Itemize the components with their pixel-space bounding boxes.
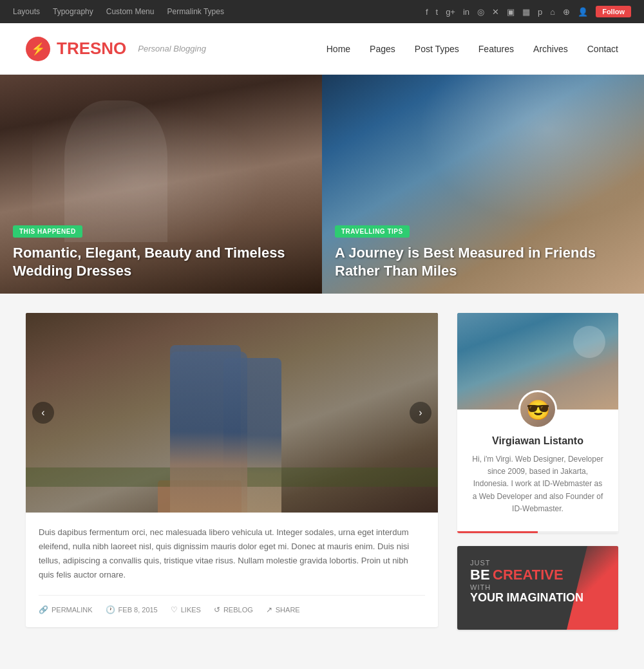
nav-features[interactable]: Features [478,44,514,54]
top-bar: Layouts Typography Custom Menu Permalink… [0,0,644,23]
post-excerpt: Duis dapibus fermentum orci, nec malesua… [39,525,425,582]
post-meta: 🔗 PERMALINK 🕐 FEB 8, 2015 ♡ LIKES ↺ REBL… [39,595,425,614]
nav-custom-menu[interactable]: Custom Menu [106,7,155,16]
linkedin-icon[interactable]: in [463,7,469,17]
top-nav: Layouts Typography Custom Menu Permalink… [13,7,224,16]
author-banner [457,313,618,410]
permalink-item[interactable]: 🔗 PERMALINK [39,605,93,614]
site-header: ⚡ TRESNO Personal Blogging Home Pages Po… [0,23,644,75]
home-icon[interactable]: ⌂ [550,7,555,17]
right-column: Virgiawan Listanto Hi, i'm Virgi. Web De… [457,313,618,630]
hero-right-title: A Journey is Best Measured in Friends Ra… [335,244,631,281]
plus-icon[interactable]: ⊕ [563,7,570,17]
creative-be-creative: BE CREATIVE [470,567,583,583]
vimeo-icon[interactable]: ▦ [522,7,530,17]
hero-left-tag: THIS HAPPENED [13,225,82,238]
twitter-icon[interactable]: t [436,7,439,17]
heart-icon: ♡ [171,605,178,614]
hero-left-title: Romantic, Elegant, Beauty and Timeless W… [13,244,309,281]
hero-right[interactable]: TRAVELLING TIPS A Journey is Best Measur… [322,75,644,294]
likes-item[interactable]: ♡ LIKES [171,605,201,614]
pinterest-icon[interactable]: p [538,7,542,17]
post-body: Duis dapibus fermentum orci, nec malesua… [26,513,438,627]
slider-next-button[interactable]: › [410,402,431,424]
logo-brand: TRES [57,39,101,58]
hero-left[interactable]: THIS HAPPENED Romantic, Elegant, Beauty … [0,75,322,294]
author-name: Virgiawan Listanto [470,435,605,447]
site-tagline: Personal Blogging [138,44,206,53]
user-icon[interactable]: 👤 [578,7,588,17]
slider-image [26,313,438,513]
author-avatar [518,390,557,429]
logo-accent: NO [101,39,126,58]
permalink-label: PERMALINK [52,606,93,614]
nav-archives[interactable]: Archives [533,44,568,54]
hero-section: THIS HAPPENED Romantic, Elegant, Beauty … [0,75,644,294]
post-card: ‹ › Duis dapibus fermentum orci, nec mal… [26,313,438,627]
nav-permalink-types[interactable]: Permalink Types [167,7,223,16]
nav-home[interactable]: Home [327,44,350,54]
instagram-icon[interactable]: ▣ [507,7,515,17]
creative-imagination: IMAGINATION [506,591,583,604]
author-bio: Hi, i'm Virgi. Web Designer, Developer s… [470,453,605,515]
nav-pages[interactable]: Pages [370,44,395,54]
date-label: FEB 8, 2015 [118,606,158,614]
logo-text[interactable]: TRESNO [57,39,126,59]
author-avatar-wrap [518,390,557,429]
nav-typography[interactable]: Typography [53,7,93,16]
xing-icon[interactable]: ✕ [492,7,499,17]
creative-text: JUST BE CREATIVE WITH YOUR IMAGINATION [470,559,583,605]
hero-right-overlay: TRAVELLING TIPS A Journey is Best Measur… [322,212,644,294]
slider-prev-button[interactable]: ‹ [32,402,54,424]
main-nav: Home Pages Post Types Features Archives … [327,44,618,54]
share-icon: ↗ [266,605,272,614]
reblog-icon: ↺ [214,605,220,614]
creative-with: WITH [470,583,583,591]
follow-button[interactable]: Follow [596,6,631,17]
author-divider [457,531,618,533]
reblog-label: REBLOG [223,606,253,614]
share-item[interactable]: ↗ SHARE [266,605,300,614]
logo-icon: ⚡ [26,37,50,61]
hero-right-tag: TRAVELLING TIPS [335,225,410,238]
nav-layouts[interactable]: Layouts [13,7,40,16]
creative-be: BE [470,567,490,583]
post-slider: ‹ › [26,313,438,513]
creative-card: JUST BE CREATIVE WITH YOUR IMAGINATION [457,546,618,630]
creative-your: YOUR [470,591,504,604]
hero-left-overlay: THIS HAPPENED Romantic, Elegant, Beauty … [0,212,322,294]
creative-creative-word: CREATIVE [493,567,564,583]
logo-area: ⚡ TRESNO Personal Blogging [26,37,206,61]
left-column: ‹ › Duis dapibus fermentum orci, nec mal… [26,313,438,630]
nav-post-types[interactable]: Post Types [415,44,459,54]
date-icon: 🕐 [106,605,115,614]
nav-contact[interactable]: Contact [587,44,618,54]
likes-label: LIKES [181,606,201,614]
share-label: SHARE [276,606,300,614]
reblog-item[interactable]: ↺ REBLOG [214,605,253,614]
author-card: Virgiawan Listanto Hi, i'm Virgi. Web De… [457,313,618,533]
creative-just: JUST [470,559,583,567]
main-content: ‹ › Duis dapibus fermentum orci, nec mal… [0,294,644,649]
permalink-icon: 🔗 [39,605,48,614]
date-item: 🕐 FEB 8, 2015 [106,605,158,614]
facebook-icon[interactable]: f [426,7,428,17]
googleplus-icon[interactable]: g+ [446,7,455,17]
dribbble-icon[interactable]: ◎ [477,7,484,17]
social-icons: f t g+ in ◎ ✕ ▣ ▦ p ⌂ ⊕ 👤 Follow [426,6,631,17]
creative-your-imagination: YOUR IMAGINATION [470,591,583,605]
